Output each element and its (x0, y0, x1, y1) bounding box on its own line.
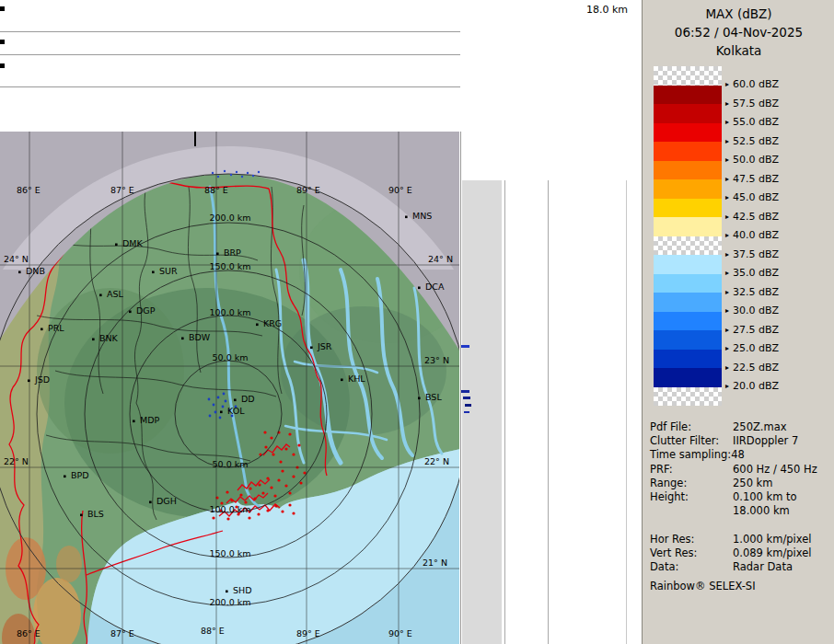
city-dot (92, 339, 95, 341)
city-dot (256, 324, 259, 327)
metadata-row: Vert Res:0.089 km/pixel (650, 546, 832, 560)
city-label: JSR (317, 341, 332, 351)
city-dot (220, 411, 223, 414)
metadata-value: 250 km (733, 477, 772, 489)
city-dot (226, 591, 228, 593)
terrain-lowland (37, 288, 184, 454)
city-dot (234, 399, 237, 402)
metadata-value: IIRDoppler 7 (733, 434, 798, 447)
pointer-icon: ▸ (725, 118, 729, 126)
range-ring-label: 100.0 km (210, 504, 251, 514)
range-ring-label: 150.0 km (210, 548, 251, 558)
legend-threshold-label: ▸27.5 dBZ (725, 324, 779, 338)
grid-label: 21° N (423, 558, 447, 568)
metadata-label: Clutter Filter: (650, 434, 719, 447)
radar-map: 200.0 km150.0 km100.0 km50.0 km50.0 km10… (0, 132, 459, 644)
metadata-row: Pdf File:250Z.max (650, 420, 832, 434)
pointer-icon: ▸ (725, 326, 729, 334)
pointer-icon: ▸ (725, 344, 729, 352)
city-dot (28, 380, 30, 383)
city-label: SUR (159, 266, 178, 276)
range-ring-label: 50.0 km (213, 459, 249, 469)
product-datetime: 06:52 / 04-Nov-2025 (643, 23, 834, 41)
city-dot (341, 379, 343, 382)
legend-threshold-label: ▸42.5 dBZ (725, 211, 779, 224)
city-dot (64, 476, 66, 478)
legend-color-box (654, 312, 722, 331)
city-dot (149, 501, 152, 504)
metadata-label: Pdf File: (650, 420, 691, 433)
legend-threshold-label: ▸20.0 dBZ (725, 380, 779, 394)
pointer-icon: ▸ (725, 288, 729, 296)
pointer-icon: ▸ (725, 269, 729, 277)
metadata-row: Time sampling:48 (650, 448, 832, 462)
legend-threshold-label: ▸30.0 dBZ (725, 305, 779, 318)
city-label: BNK (99, 333, 119, 343)
city-label: DMK (122, 238, 144, 248)
city-label: DNB (26, 266, 45, 276)
grid-label: 24° N (428, 254, 453, 264)
pointer-icon: ▸ (725, 250, 729, 259)
city-label: BRP (224, 247, 241, 258)
grid-label: 89° E (296, 185, 320, 195)
radar-echo-weak (464, 411, 469, 413)
station-name: Kolkata (643, 41, 834, 60)
height-max-label: 18.0 km (586, 4, 628, 16)
grid-label: 89° E (296, 628, 320, 638)
city-label: PRL (48, 323, 64, 333)
city-dot (99, 294, 102, 297)
city-dot (133, 420, 135, 423)
city-label: ASL (107, 289, 124, 299)
city-label: BLS (87, 509, 104, 519)
legend-color-box (654, 217, 722, 236)
metadata-value: 600 Hz / 450 Hz (733, 463, 817, 476)
legend-threshold-label: ▸52.5 dBZ (725, 135, 779, 149)
city-dot (418, 397, 421, 400)
color-scale (654, 66, 722, 406)
legend-threshold-label: ▸45.0 dBZ (725, 191, 779, 205)
metadata-row (650, 518, 832, 532)
height-gridline (0, 86, 460, 87)
metadata-value: 0.100 km to (733, 490, 797, 503)
city-label: MDP (140, 415, 160, 425)
city-label: SHD (233, 585, 252, 595)
radar-echo-weak (460, 345, 469, 348)
city-label: BPD (71, 470, 89, 480)
grid-label: 24° N (4, 254, 29, 264)
metadata-label: Hor Res: (650, 533, 694, 546)
legend-threshold-label: ▸35.0 dBZ (725, 267, 779, 281)
grid-label: 87° E (110, 628, 134, 638)
terrain-hills (56, 546, 82, 582)
grid-label: 88° E (201, 626, 225, 636)
metadata-value: 1.000 km/pixel (733, 533, 812, 546)
metadata-value: 18.000 km (733, 504, 790, 517)
software-name: Rainbow® SELEX-SI (650, 580, 756, 592)
legend-color-box (654, 179, 722, 199)
metadata-label: PRF: (650, 463, 673, 476)
city-dot (216, 253, 219, 256)
legend-threshold-label: ▸57.5 dBZ (725, 98, 779, 111)
pointer-icon: ▸ (725, 175, 729, 183)
city-dot (310, 347, 313, 350)
legend-color-box (654, 274, 722, 293)
city-label: DD (241, 394, 255, 404)
metadata-value: 250Z.max (733, 420, 787, 433)
legend-title-block: MAX (dBZ) 06:52 / 04-Nov-2025 Kolkata (643, 5, 834, 60)
metadata-label: Data: (650, 560, 678, 573)
pointer-icon: ▸ (725, 363, 729, 372)
legend-threshold-label: ▸60.0 dBZ (725, 78, 779, 92)
city-label: DGP (136, 305, 156, 316)
range-ring-label: 50.0 km (213, 352, 249, 362)
pointer-icon: ▸ (725, 99, 729, 108)
legend-color-box (654, 255, 722, 274)
right-cross-section-panel (460, 132, 642, 644)
metadata-label: Vert Res: (650, 546, 697, 559)
legend-color-box (654, 66, 722, 86)
city-dot (152, 271, 155, 274)
height-gridline (626, 180, 627, 644)
metadata-value: 0.089 km/pixel (733, 546, 812, 559)
legend-color-box (654, 350, 722, 369)
city-dot (405, 216, 408, 219)
grid-label: 90° E (388, 185, 412, 195)
legend-color-box (654, 104, 722, 123)
